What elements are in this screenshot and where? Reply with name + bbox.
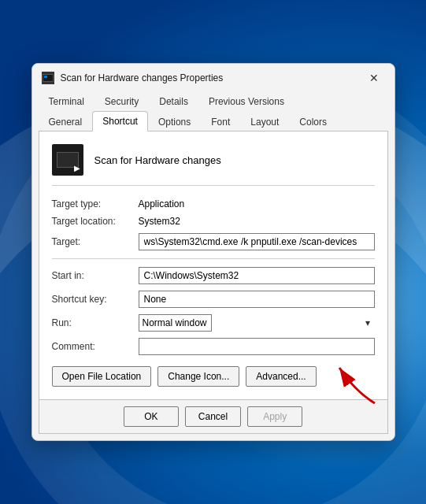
comment-label: Comment: bbox=[52, 341, 139, 352]
divider1 bbox=[52, 258, 375, 259]
tab-options[interactable]: Options bbox=[148, 112, 201, 132]
change-icon-button[interactable]: Change Icon... bbox=[157, 366, 239, 387]
shortcut-key-input[interactable] bbox=[139, 291, 375, 308]
target-type-row: Target type: Application bbox=[52, 198, 375, 209]
target-type-value: Application bbox=[139, 198, 185, 209]
action-buttons: Open File Location Change Icon... Advanc… bbox=[52, 366, 375, 387]
tab-previous-versions[interactable]: Previous Versions bbox=[198, 91, 294, 111]
advanced-button[interactable]: Advanced... bbox=[246, 366, 316, 387]
tabs-row2: General Shortcut Options Font Layout Col… bbox=[39, 110, 388, 131]
app-name: Scan for Hardware changes bbox=[94, 154, 221, 166]
run-label: Run: bbox=[52, 317, 139, 328]
window-title: Scan for Hardware changes Properties bbox=[61, 72, 363, 83]
tab-terminal[interactable]: Terminal bbox=[39, 91, 94, 111]
tabs-row1: Terminal Security Details Previous Versi… bbox=[39, 91, 388, 110]
footer-bar: OK Cancel Apply bbox=[39, 400, 388, 434]
tab-details[interactable]: Details bbox=[149, 91, 198, 111]
tab-layout[interactable]: Layout bbox=[240, 112, 289, 132]
run-select[interactable]: Normal window Minimized Maximized bbox=[139, 314, 212, 332]
start-in-row: Start in: bbox=[52, 267, 375, 284]
open-file-location-button[interactable]: Open File Location bbox=[52, 366, 152, 387]
title-bar: Scan for Hardware changes Properties ✕ bbox=[32, 64, 395, 91]
dialog-window: Scan for Hardware changes Properties ✕ T… bbox=[31, 63, 395, 441]
tab-font[interactable]: Font bbox=[201, 112, 240, 132]
target-label: Target: bbox=[52, 236, 139, 247]
app-icon bbox=[52, 144, 83, 176]
tab-shortcut[interactable]: Shortcut bbox=[92, 111, 148, 132]
tab-security[interactable]: Security bbox=[94, 91, 149, 111]
apply-button[interactable]: Apply bbox=[247, 406, 302, 427]
target-location-row: Target location: System32 bbox=[52, 216, 375, 227]
window-icon bbox=[42, 72, 54, 84]
cancel-button[interactable]: Cancel bbox=[185, 406, 241, 427]
ok-button[interactable]: OK bbox=[124, 406, 179, 427]
comment-row: Comment: bbox=[52, 338, 375, 355]
target-row: Target: bbox=[52, 233, 375, 250]
start-in-input[interactable] bbox=[139, 267, 375, 284]
comment-input[interactable] bbox=[139, 338, 375, 355]
shortcut-key-label: Shortcut key: bbox=[52, 294, 139, 305]
app-header: Scan for Hardware changes bbox=[52, 144, 375, 186]
app-icon-inner bbox=[57, 152, 79, 168]
close-button[interactable]: ✕ bbox=[363, 70, 385, 86]
start-in-label: Start in: bbox=[52, 270, 139, 281]
target-input[interactable] bbox=[139, 233, 375, 250]
svg-rect-2 bbox=[44, 76, 47, 78]
tab-general[interactable]: General bbox=[39, 112, 93, 132]
target-location-value: System32 bbox=[139, 216, 180, 227]
tabs-row1-container: Terminal Security Details Previous Versi… bbox=[32, 91, 395, 131]
content-area: Scan for Hardware changes Target type: A… bbox=[39, 131, 388, 400]
run-row: Run: Normal window Minimized Maximized bbox=[52, 314, 375, 332]
target-location-label: Target location: bbox=[52, 216, 139, 227]
shortcut-key-row: Shortcut key: bbox=[52, 291, 375, 308]
tab-colors[interactable]: Colors bbox=[289, 112, 337, 132]
target-type-label: Target type: bbox=[52, 198, 139, 209]
run-select-wrapper: Normal window Minimized Maximized bbox=[139, 314, 375, 332]
